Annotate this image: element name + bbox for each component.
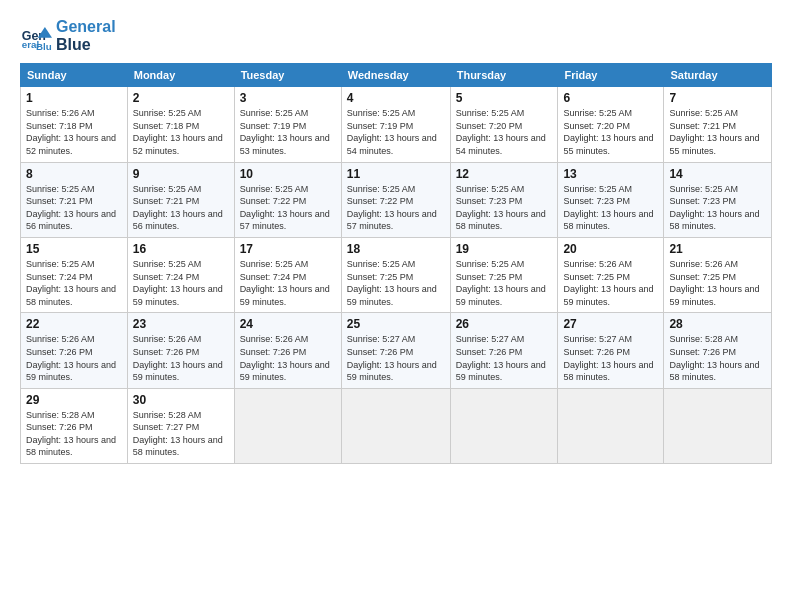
header-day: Friday bbox=[558, 64, 664, 87]
day-info: Sunrise: 5:25 AM Sunset: 7:21 PM Dayligh… bbox=[26, 183, 122, 233]
logo-text-line2: Blue bbox=[56, 36, 116, 54]
day-number: 5 bbox=[456, 91, 553, 105]
day-number: 8 bbox=[26, 167, 122, 181]
calendar-header: SundayMondayTuesdayWednesdayThursdayFrid… bbox=[21, 64, 772, 87]
empty-cell bbox=[341, 388, 450, 463]
day-info: Sunrise: 5:25 AM Sunset: 7:24 PM Dayligh… bbox=[133, 258, 229, 308]
day-number: 24 bbox=[240, 317, 336, 331]
day-number: 30 bbox=[133, 393, 229, 407]
day-cell: 8 Sunrise: 5:25 AM Sunset: 7:21 PM Dayli… bbox=[21, 162, 128, 237]
day-number: 7 bbox=[669, 91, 766, 105]
day-info: Sunrise: 5:25 AM Sunset: 7:21 PM Dayligh… bbox=[133, 183, 229, 233]
day-cell: 30 Sunrise: 5:28 AM Sunset: 7:27 PM Dayl… bbox=[127, 388, 234, 463]
day-number: 22 bbox=[26, 317, 122, 331]
day-info: Sunrise: 5:25 AM Sunset: 7:24 PM Dayligh… bbox=[240, 258, 336, 308]
logo: Gen eral Blue General Blue bbox=[20, 18, 116, 53]
day-number: 10 bbox=[240, 167, 336, 181]
day-info: Sunrise: 5:25 AM Sunset: 7:22 PM Dayligh… bbox=[347, 183, 445, 233]
day-info: Sunrise: 5:25 AM Sunset: 7:24 PM Dayligh… bbox=[26, 258, 122, 308]
logo-text-line1: General bbox=[56, 18, 116, 36]
day-info: Sunrise: 5:28 AM Sunset: 7:26 PM Dayligh… bbox=[669, 333, 766, 383]
day-cell: 20 Sunrise: 5:26 AM Sunset: 7:25 PM Dayl… bbox=[558, 237, 664, 312]
day-number: 20 bbox=[563, 242, 658, 256]
day-number: 12 bbox=[456, 167, 553, 181]
day-number: 29 bbox=[26, 393, 122, 407]
empty-cell bbox=[558, 388, 664, 463]
day-info: Sunrise: 5:25 AM Sunset: 7:20 PM Dayligh… bbox=[563, 107, 658, 157]
day-cell: 1 Sunrise: 5:26 AM Sunset: 7:18 PM Dayli… bbox=[21, 87, 128, 162]
day-info: Sunrise: 5:25 AM Sunset: 7:19 PM Dayligh… bbox=[240, 107, 336, 157]
logo-icon: Gen eral Blue bbox=[20, 20, 52, 52]
day-info: Sunrise: 5:25 AM Sunset: 7:23 PM Dayligh… bbox=[456, 183, 553, 233]
day-number: 15 bbox=[26, 242, 122, 256]
day-info: Sunrise: 5:28 AM Sunset: 7:27 PM Dayligh… bbox=[133, 409, 229, 459]
day-cell: 11 Sunrise: 5:25 AM Sunset: 7:22 PM Dayl… bbox=[341, 162, 450, 237]
day-number: 6 bbox=[563, 91, 658, 105]
day-number: 13 bbox=[563, 167, 658, 181]
day-info: Sunrise: 5:25 AM Sunset: 7:25 PM Dayligh… bbox=[347, 258, 445, 308]
day-cell: 9 Sunrise: 5:25 AM Sunset: 7:21 PM Dayli… bbox=[127, 162, 234, 237]
day-info: Sunrise: 5:25 AM Sunset: 7:21 PM Dayligh… bbox=[669, 107, 766, 157]
day-info: Sunrise: 5:27 AM Sunset: 7:26 PM Dayligh… bbox=[456, 333, 553, 383]
day-info: Sunrise: 5:26 AM Sunset: 7:25 PM Dayligh… bbox=[563, 258, 658, 308]
day-cell: 2 Sunrise: 5:25 AM Sunset: 7:18 PM Dayli… bbox=[127, 87, 234, 162]
day-info: Sunrise: 5:27 AM Sunset: 7:26 PM Dayligh… bbox=[347, 333, 445, 383]
day-info: Sunrise: 5:25 AM Sunset: 7:20 PM Dayligh… bbox=[456, 107, 553, 157]
day-cell: 19 Sunrise: 5:25 AM Sunset: 7:25 PM Dayl… bbox=[450, 237, 558, 312]
day-info: Sunrise: 5:26 AM Sunset: 7:26 PM Dayligh… bbox=[133, 333, 229, 383]
day-cell: 21 Sunrise: 5:26 AM Sunset: 7:25 PM Dayl… bbox=[664, 237, 772, 312]
day-cell: 23 Sunrise: 5:26 AM Sunset: 7:26 PM Dayl… bbox=[127, 313, 234, 388]
day-cell: 12 Sunrise: 5:25 AM Sunset: 7:23 PM Dayl… bbox=[450, 162, 558, 237]
day-number: 28 bbox=[669, 317, 766, 331]
day-number: 26 bbox=[456, 317, 553, 331]
calendar-week-row: 1 Sunrise: 5:26 AM Sunset: 7:18 PM Dayli… bbox=[21, 87, 772, 162]
empty-cell bbox=[664, 388, 772, 463]
day-number: 2 bbox=[133, 91, 229, 105]
day-number: 18 bbox=[347, 242, 445, 256]
day-number: 9 bbox=[133, 167, 229, 181]
day-number: 27 bbox=[563, 317, 658, 331]
day-number: 19 bbox=[456, 242, 553, 256]
calendar-week-row: 29 Sunrise: 5:28 AM Sunset: 7:26 PM Dayl… bbox=[21, 388, 772, 463]
day-info: Sunrise: 5:28 AM Sunset: 7:26 PM Dayligh… bbox=[26, 409, 122, 459]
day-info: Sunrise: 5:25 AM Sunset: 7:23 PM Dayligh… bbox=[563, 183, 658, 233]
day-cell: 6 Sunrise: 5:25 AM Sunset: 7:20 PM Dayli… bbox=[558, 87, 664, 162]
header-day: Tuesday bbox=[234, 64, 341, 87]
day-info: Sunrise: 5:25 AM Sunset: 7:19 PM Dayligh… bbox=[347, 107, 445, 157]
day-number: 11 bbox=[347, 167, 445, 181]
empty-cell bbox=[450, 388, 558, 463]
day-number: 25 bbox=[347, 317, 445, 331]
day-cell: 18 Sunrise: 5:25 AM Sunset: 7:25 PM Dayl… bbox=[341, 237, 450, 312]
day-number: 21 bbox=[669, 242, 766, 256]
day-info: Sunrise: 5:26 AM Sunset: 7:18 PM Dayligh… bbox=[26, 107, 122, 157]
day-cell: 14 Sunrise: 5:25 AM Sunset: 7:23 PM Dayl… bbox=[664, 162, 772, 237]
day-cell: 22 Sunrise: 5:26 AM Sunset: 7:26 PM Dayl… bbox=[21, 313, 128, 388]
day-number: 17 bbox=[240, 242, 336, 256]
svg-text:Blue: Blue bbox=[36, 41, 52, 52]
day-number: 4 bbox=[347, 91, 445, 105]
day-cell: 5 Sunrise: 5:25 AM Sunset: 7:20 PM Dayli… bbox=[450, 87, 558, 162]
day-cell: 28 Sunrise: 5:28 AM Sunset: 7:26 PM Dayl… bbox=[664, 313, 772, 388]
day-info: Sunrise: 5:26 AM Sunset: 7:26 PM Dayligh… bbox=[240, 333, 336, 383]
day-number: 14 bbox=[669, 167, 766, 181]
day-cell: 26 Sunrise: 5:27 AM Sunset: 7:26 PM Dayl… bbox=[450, 313, 558, 388]
day-cell: 25 Sunrise: 5:27 AM Sunset: 7:26 PM Dayl… bbox=[341, 313, 450, 388]
header-day: Thursday bbox=[450, 64, 558, 87]
day-number: 16 bbox=[133, 242, 229, 256]
day-cell: 7 Sunrise: 5:25 AM Sunset: 7:21 PM Dayli… bbox=[664, 87, 772, 162]
calendar-week-row: 8 Sunrise: 5:25 AM Sunset: 7:21 PM Dayli… bbox=[21, 162, 772, 237]
day-info: Sunrise: 5:25 AM Sunset: 7:22 PM Dayligh… bbox=[240, 183, 336, 233]
header-day: Wednesday bbox=[341, 64, 450, 87]
calendar-week-row: 15 Sunrise: 5:25 AM Sunset: 7:24 PM Dayl… bbox=[21, 237, 772, 312]
day-cell: 29 Sunrise: 5:28 AM Sunset: 7:26 PM Dayl… bbox=[21, 388, 128, 463]
day-cell: 4 Sunrise: 5:25 AM Sunset: 7:19 PM Dayli… bbox=[341, 87, 450, 162]
day-cell: 17 Sunrise: 5:25 AM Sunset: 7:24 PM Dayl… bbox=[234, 237, 341, 312]
day-info: Sunrise: 5:25 AM Sunset: 7:18 PM Dayligh… bbox=[133, 107, 229, 157]
calendar-week-row: 22 Sunrise: 5:26 AM Sunset: 7:26 PM Dayl… bbox=[21, 313, 772, 388]
day-cell: 10 Sunrise: 5:25 AM Sunset: 7:22 PM Dayl… bbox=[234, 162, 341, 237]
day-info: Sunrise: 5:27 AM Sunset: 7:26 PM Dayligh… bbox=[563, 333, 658, 383]
day-cell: 24 Sunrise: 5:26 AM Sunset: 7:26 PM Dayl… bbox=[234, 313, 341, 388]
day-cell: 3 Sunrise: 5:25 AM Sunset: 7:19 PM Dayli… bbox=[234, 87, 341, 162]
day-number: 3 bbox=[240, 91, 336, 105]
day-info: Sunrise: 5:26 AM Sunset: 7:25 PM Dayligh… bbox=[669, 258, 766, 308]
